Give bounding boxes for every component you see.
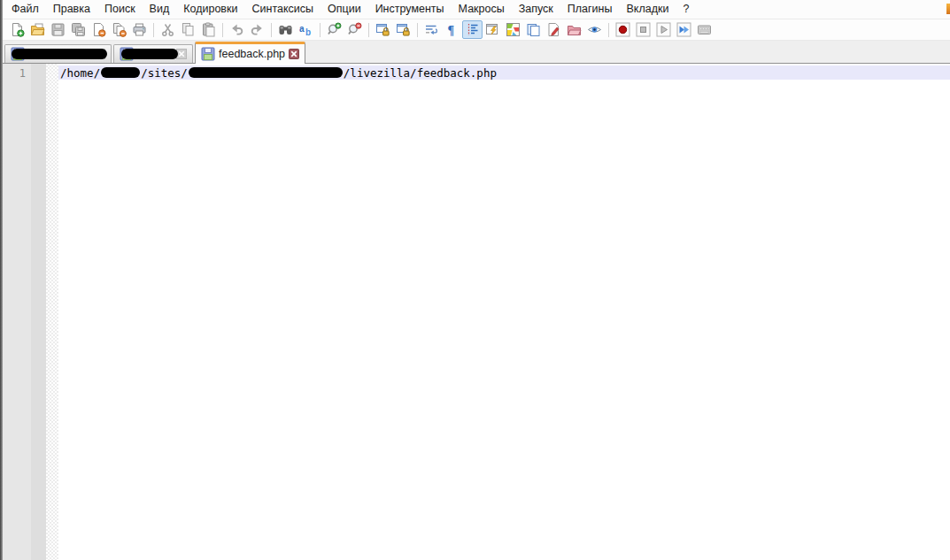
close-file-icon[interactable]	[89, 20, 109, 39]
menu-run[interactable]: Запуск	[512, 1, 560, 18]
menu-edit[interactable]: Правка	[46, 1, 97, 18]
menu-view[interactable]: Вид	[143, 1, 177, 18]
undo-icon[interactable]	[227, 20, 247, 39]
toolbar-separator	[368, 23, 369, 37]
tab-redacted-2[interactable]	[113, 44, 193, 63]
notepad-plus-plus-window: Файл Правка Поиск Вид Кодировки Синтакси…	[0, 0, 950, 560]
window-main: Файл Правка Поиск Вид Кодировки Синтакси…	[3, 0, 950, 560]
toolbar-separator	[417, 23, 418, 37]
open-file-icon[interactable]	[27, 20, 48, 39]
menu-encoding[interactable]: Кодировки	[176, 1, 244, 18]
macro-stop-icon[interactable]	[633, 20, 653, 39]
document-map-icon[interactable]	[503, 20, 523, 39]
menu-tabs[interactable]: Вкладки	[619, 1, 676, 18]
paste-icon[interactable]	[198, 20, 219, 39]
redaction-bar	[101, 67, 140, 78]
tab-redacted-1[interactable]	[4, 44, 112, 63]
fold-margin[interactable]	[46, 64, 58, 560]
toolbar-separator	[608, 23, 609, 37]
menu-help[interactable]: ?	[676, 1, 696, 18]
toolbar: ab ¶	[3, 19, 950, 41]
line-number-margin: 1	[3, 64, 31, 560]
close-tab-icon[interactable]	[289, 49, 299, 59]
user-defined-language-icon[interactable]	[483, 20, 503, 39]
menu-file[interactable]: Файл	[4, 1, 46, 18]
macro-save-icon[interactable]	[694, 20, 714, 39]
redaction-bar	[121, 49, 178, 59]
editor: 1 /home/ /sites/ /livezilla/feedback.php	[3, 64, 950, 560]
word-wrap-icon[interactable]	[421, 20, 442, 39]
menu-tools[interactable]: Инструменты	[368, 1, 452, 18]
toolbar-separator	[153, 23, 154, 37]
menu-macro[interactable]: Макросы	[452, 1, 512, 18]
toolbar-separator	[222, 23, 223, 37]
print-icon[interactable]	[129, 20, 150, 39]
macro-play-icon[interactable]	[653, 20, 674, 39]
toolbar-separator	[271, 23, 272, 37]
tab-title: feedback.php	[219, 48, 285, 60]
code-text: /sites/	[141, 66, 188, 80]
code-text: /livezilla/feedback.php	[344, 66, 497, 80]
save-all-icon[interactable]	[68, 20, 89, 39]
line-number: 1	[3, 66, 26, 81]
eye-view-icon[interactable]	[584, 20, 605, 39]
show-all-characters-icon[interactable]: ¶	[442, 20, 462, 39]
macro-record-icon[interactable]	[613, 20, 633, 39]
save-file-icon[interactable]	[48, 20, 68, 39]
menubar: Файл Правка Поиск Вид Кодировки Синтакси…	[3, 0, 950, 19]
svg-text:a: a	[299, 24, 305, 34]
tab-bar: feedback.php	[3, 41, 950, 64]
menu-search[interactable]: Поиск	[97, 1, 143, 18]
sync-vertical-scroll-icon[interactable]	[373, 20, 393, 39]
folder-pink-icon[interactable]	[564, 20, 584, 39]
menu-language[interactable]: Синтаксисы	[244, 1, 321, 18]
redaction-bar	[12, 49, 107, 59]
clipped-icon-artifact	[946, 4, 950, 14]
code-line-current[interactable]: /home/ /sites/ /livezilla/feedback.php	[58, 65, 950, 80]
macro-run-multiple-icon[interactable]	[674, 20, 694, 39]
find-icon[interactable]	[275, 20, 296, 39]
saved-file-icon	[201, 47, 215, 61]
menu-plugins[interactable]: Плагины	[560, 1, 620, 18]
copy-icon[interactable]	[178, 20, 198, 39]
menu-settings[interactable]: Опции	[321, 1, 368, 18]
cut-icon[interactable]	[158, 20, 178, 39]
redo-icon[interactable]	[247, 20, 267, 39]
tab-feedback-php[interactable]: feedback.php	[195, 42, 305, 64]
replace-icon[interactable]: ab	[296, 20, 316, 39]
code-text: /home/	[60, 66, 100, 80]
zoom-in-icon[interactable]	[324, 20, 344, 39]
svg-text:¶: ¶	[448, 24, 455, 37]
svg-text:b: b	[305, 27, 311, 37]
document-switcher-icon[interactable]	[523, 20, 544, 39]
zoom-out-icon[interactable]	[344, 20, 365, 39]
close-all-icon[interactable]	[109, 20, 129, 39]
show-indent-guide-icon[interactable]	[462, 20, 483, 39]
edit-document-icon[interactable]	[544, 20, 564, 39]
bookmark-margin[interactable]	[31, 64, 46, 560]
editor-text-area[interactable]: /home/ /sites/ /livezilla/feedback.php	[58, 64, 950, 560]
redaction-bar	[189, 67, 343, 78]
toolbar-separator	[320, 23, 321, 37]
new-file-icon[interactable]	[7, 20, 27, 39]
sync-horizontal-scroll-icon[interactable]	[393, 20, 413, 39]
